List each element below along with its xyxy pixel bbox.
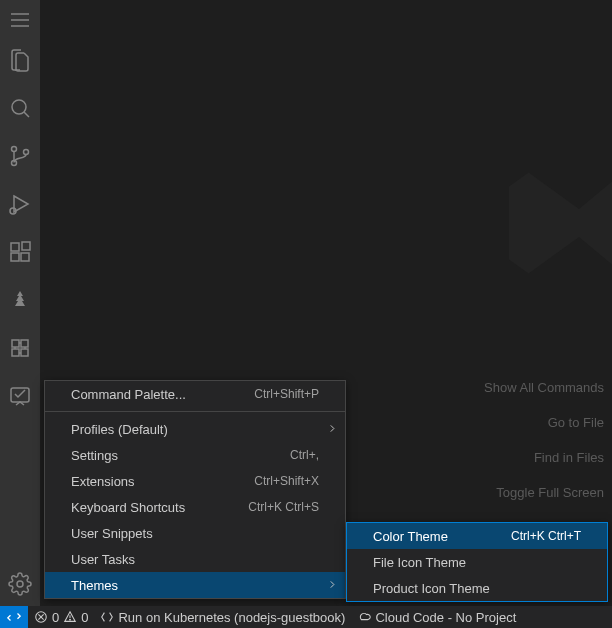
svg-rect-17 <box>21 349 28 356</box>
status-bar: 0 0 Run on Kubernetes (nodejs-guestbook)… <box>0 606 612 628</box>
source-control-icon[interactable] <box>0 132 40 180</box>
svg-point-3 <box>12 100 26 114</box>
menu-item-label: Extensions <box>71 474 254 489</box>
hint-find-in-files: Find in Files <box>484 440 612 475</box>
menu-item-label: User Tasks <box>71 552 319 567</box>
menu-separator <box>45 411 345 412</box>
menu-item-shortcut: Ctrl+K Ctrl+T <box>511 529 581 543</box>
menu-item-label: Profiles (Default) <box>71 422 319 437</box>
vscode-watermark-logo <box>495 83 612 334</box>
svg-rect-12 <box>21 253 29 261</box>
svg-line-4 <box>24 112 29 117</box>
svg-rect-13 <box>22 242 30 250</box>
search-icon[interactable] <box>0 84 40 132</box>
svg-point-5 <box>12 147 17 152</box>
menu-item-user-tasks[interactable]: User Tasks <box>45 546 345 572</box>
svg-point-23 <box>17 581 23 587</box>
submenu-item-product-icon-theme[interactable]: Product Icon Theme <box>347 575 607 601</box>
menu-item-label: User Snippets <box>71 526 319 541</box>
menu-item-themes[interactable]: Themes <box>45 572 345 598</box>
submenu-item-file-icon-theme[interactable]: File Icon Theme <box>347 549 607 575</box>
svg-rect-16 <box>12 349 19 356</box>
status-problems[interactable]: 0 0 <box>28 606 94 628</box>
menu-item-label: Themes <box>71 578 319 593</box>
gear-icon[interactable] <box>0 560 40 608</box>
themes-submenu: Color Theme Ctrl+K Ctrl+T File Icon Them… <box>346 522 608 602</box>
menu-item-shortcut: Ctrl+Shift+P <box>254 387 319 401</box>
status-kubernetes-label: Run on Kubernetes (nodejs-guestbook) <box>118 610 345 625</box>
menu-item-label: File Icon Theme <box>373 555 581 570</box>
svg-rect-10 <box>11 243 19 251</box>
menu-item-label: Keyboard Shortcuts <box>71 500 248 515</box>
menu-icon[interactable] <box>0 4 40 36</box>
svg-point-28 <box>70 619 71 620</box>
svg-rect-14 <box>12 340 19 347</box>
hint-show-commands: Show All Commands <box>484 370 612 405</box>
svg-point-7 <box>24 150 29 155</box>
menu-item-label: Command Palette... <box>71 387 254 402</box>
menu-item-keyboard-shortcuts[interactable]: Keyboard Shortcuts Ctrl+K Ctrl+S <box>45 494 345 520</box>
menu-item-label: Color Theme <box>373 529 511 544</box>
status-errors-count: 0 <box>52 610 59 625</box>
cloud-code-icon[interactable] <box>0 276 40 324</box>
status-kubernetes[interactable]: Run on Kubernetes (nodejs-guestbook) <box>94 606 351 628</box>
gear-context-menu: Command Palette... Ctrl+Shift+P Profiles… <box>44 380 346 599</box>
explorer-icon[interactable] <box>0 36 40 84</box>
svg-rect-15 <box>21 340 28 347</box>
welcome-hints: Show All Commands Go to File Find in Fil… <box>484 370 612 545</box>
status-cloud-code[interactable]: Cloud Code - No Project <box>351 606 522 628</box>
hint-toggle-full-screen: Toggle Full Screen <box>484 475 612 510</box>
extensions-icon[interactable] <box>0 228 40 276</box>
menu-item-label: Product Icon Theme <box>373 581 581 596</box>
run-debug-icon[interactable] <box>0 180 40 228</box>
submenu-item-color-theme[interactable]: Color Theme Ctrl+K Ctrl+T <box>347 523 607 549</box>
menu-item-profiles[interactable]: Profiles (Default) <box>45 416 345 442</box>
menu-item-shortcut: Ctrl+K Ctrl+S <box>248 500 319 514</box>
status-warnings-count: 0 <box>81 610 88 625</box>
menu-item-label: Settings <box>71 448 290 463</box>
menu-item-shortcut: Ctrl+Shift+X <box>254 474 319 488</box>
svg-rect-11 <box>11 253 19 261</box>
menu-item-shortcut: Ctrl+, <box>290 448 319 462</box>
activity-bar <box>0 0 40 628</box>
status-cloud-code-label: Cloud Code - No Project <box>375 610 516 625</box>
menu-item-settings[interactable]: Settings Ctrl+, <box>45 442 345 468</box>
hint-go-to-file: Go to File <box>484 405 612 440</box>
feedback-icon[interactable] <box>0 372 40 420</box>
chevron-right-icon <box>327 578 337 593</box>
menu-item-extensions[interactable]: Extensions Ctrl+Shift+X <box>45 468 345 494</box>
menu-item-user-snippets[interactable]: User Snippets <box>45 520 345 546</box>
menu-item-command-palette[interactable]: Command Palette... Ctrl+Shift+P <box>45 381 345 407</box>
chevron-right-icon <box>327 422 337 437</box>
remote-indicator[interactable] <box>0 606 28 628</box>
kubernetes-icon[interactable] <box>0 324 40 372</box>
